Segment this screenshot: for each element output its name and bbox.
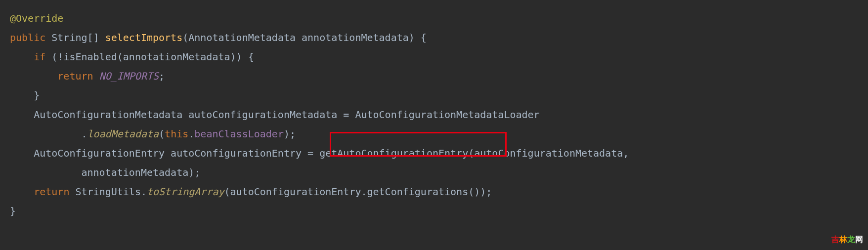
semicolon: ; (159, 70, 165, 82)
open-paren: ( (159, 128, 165, 140)
indent (10, 128, 82, 140)
field-beanclassloader: beanClassLoader (194, 128, 284, 140)
stmt-autoconfigmetadata: AutoConfigurationMetadata autoConfigurat… (34, 109, 540, 121)
code-block: @Override public String[] selectImports(… (0, 0, 868, 230)
keyword-return: return (34, 186, 69, 198)
close-brace: } (34, 89, 40, 101)
args-tostringarray: (autoConfigurationEntry.getConfiguration… (224, 186, 492, 198)
code-line-10: return StringUtils.toStringArray(autoCon… (10, 186, 492, 198)
watermark-char-3: 龙 (847, 235, 855, 244)
code-line-11: } (10, 205, 16, 217)
method-selectimports: selectImports (105, 32, 183, 43)
arg-annotationmetadata: annotationMetadata); (82, 167, 201, 178)
indent (10, 51, 34, 63)
dot: . (82, 128, 87, 140)
constant-no-imports: NO_IMPORTS (99, 70, 159, 82)
call-getautoconfigurationentry: getAutoConfigurationEntry( (319, 147, 474, 159)
indent (10, 186, 34, 198)
call-tostringarray: toStringArray (147, 186, 224, 198)
close-brace: } (10, 205, 16, 217)
watermark-char-1: 吉 (831, 235, 839, 244)
indent (10, 70, 57, 82)
indent (10, 147, 34, 159)
space (93, 70, 99, 82)
stmt-entry-lhs: AutoConfigurationEntry autoConfiguration… (34, 147, 319, 159)
keyword-public: public (10, 32, 45, 43)
code-line-7: .loadMetadata(this.beanClassLoader); (10, 128, 296, 140)
dot: . (188, 128, 194, 140)
indent (10, 109, 34, 121)
watermark: 吉林龙网 (831, 232, 863, 247)
keyword-return: return (57, 70, 93, 82)
code-line-1: @Override (10, 12, 63, 24)
space (69, 186, 75, 198)
watermark-char-2: 林 (839, 235, 847, 244)
indent (10, 89, 34, 101)
code-line-8: AutoConfigurationEntry autoConfiguration… (10, 147, 629, 159)
call-loadmetadata: loadMetadata (87, 128, 159, 140)
keyword-if: if (34, 51, 45, 63)
code-line-3: if (!isEnabled(annotationMetadata)) { (10, 51, 254, 63)
class-stringutils: StringUtils. (75, 186, 147, 198)
if-condition: (!isEnabled(annotationMetadata)) { (45, 51, 254, 63)
code-line-9: annotationMetadata); (10, 167, 200, 178)
indent (10, 167, 82, 178)
type-string-array: String[] (45, 32, 105, 43)
close-paren-semi: ); (284, 128, 296, 140)
params-selectimports: (AnnotationMetadata annotationMetadata) … (182, 32, 427, 43)
code-line-4: return NO_IMPORTS; (10, 70, 165, 82)
arg-autoconfigmetadata: autoConfigurationMetadata, (474, 147, 629, 159)
annotation-override: @Override (10, 12, 63, 24)
keyword-this: this (165, 128, 188, 140)
code-line-5: } (10, 89, 40, 101)
code-line-6: AutoConfigurationMetadata autoConfigurat… (10, 109, 540, 121)
watermark-char-4: 网 (855, 235, 863, 244)
code-line-2: public String[] selectImports(Annotation… (10, 32, 427, 43)
